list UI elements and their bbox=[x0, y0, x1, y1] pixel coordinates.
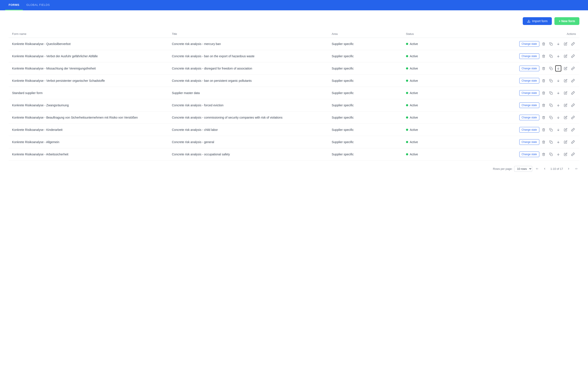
change-state-button[interactable]: Change state bbox=[519, 127, 539, 133]
copy-icon[interactable] bbox=[548, 65, 554, 72]
status-label: Active bbox=[410, 42, 418, 46]
edit-icon[interactable] bbox=[563, 78, 569, 84]
status-label: Active bbox=[410, 140, 418, 144]
change-state-button[interactable]: Change state bbox=[519, 90, 539, 96]
link-icon[interactable] bbox=[570, 41, 576, 47]
forms-table: Form name Title Area Status Actions bbox=[9, 30, 579, 161]
link-icon[interactable] bbox=[570, 65, 576, 72]
link-icon[interactable] bbox=[570, 127, 576, 133]
copy-icon[interactable] bbox=[548, 139, 554, 145]
change-state-button[interactable]: Change state bbox=[519, 66, 539, 71]
cell-area: Supplier specific bbox=[328, 62, 403, 75]
link-icon[interactable] bbox=[570, 151, 576, 157]
cell-status: Active bbox=[403, 111, 471, 124]
table-row: Konkrete Risikoanalyse - Verbot der Ausf… bbox=[9, 50, 579, 62]
cell-area: Supplier specific bbox=[328, 99, 403, 111]
change-state-button[interactable]: Change state bbox=[519, 151, 539, 157]
cell-form-name: Standard supplier form bbox=[9, 87, 168, 99]
copy-icon[interactable] bbox=[548, 41, 554, 47]
delete-icon[interactable] bbox=[541, 151, 547, 157]
delete-icon[interactable] bbox=[541, 53, 547, 59]
svg-rect-3 bbox=[550, 56, 552, 58]
prev-page-button[interactable] bbox=[542, 166, 548, 172]
table-row: Konkrete Risikoanalyse - Arbeitssicherhe… bbox=[9, 148, 579, 161]
sort-icon[interactable] bbox=[555, 78, 561, 84]
copy-icon[interactable] bbox=[548, 102, 554, 108]
delete-icon[interactable] bbox=[541, 102, 547, 108]
change-state-button[interactable]: Change state bbox=[519, 115, 539, 120]
first-page-button[interactable] bbox=[534, 166, 540, 172]
change-state-button[interactable]: Change state bbox=[519, 139, 539, 145]
edit-icon[interactable] bbox=[563, 53, 569, 59]
sort-icon[interactable] bbox=[555, 151, 561, 157]
copy-icon[interactable] bbox=[548, 90, 554, 96]
sort-icon[interactable] bbox=[555, 127, 561, 133]
link-icon[interactable] bbox=[570, 102, 576, 108]
status-label: Active bbox=[410, 153, 418, 156]
delete-icon[interactable] bbox=[541, 139, 547, 145]
cell-title: Concrete risk analysis - child labor bbox=[168, 124, 328, 136]
next-page-button[interactable] bbox=[566, 166, 572, 172]
delete-icon[interactable] bbox=[541, 114, 547, 120]
delete-icon[interactable] bbox=[541, 41, 547, 47]
import-form-button[interactable]: Import form bbox=[523, 17, 552, 25]
delete-icon[interactable] bbox=[541, 65, 547, 72]
status-dot bbox=[406, 43, 408, 45]
edit-icon[interactable] bbox=[563, 151, 569, 157]
edit-icon[interactable] bbox=[563, 102, 569, 108]
cell-area: Supplier specific bbox=[328, 111, 403, 124]
main-content: Import form + New form Form name Title A… bbox=[0, 10, 588, 368]
change-state-button[interactable]: Change state bbox=[519, 41, 539, 47]
col-header-form-name: Form name bbox=[9, 30, 168, 38]
cell-area: Supplier specific bbox=[328, 136, 403, 148]
link-icon[interactable] bbox=[570, 114, 576, 120]
cell-actions: Change state bbox=[471, 87, 580, 99]
link-icon[interactable] bbox=[570, 78, 576, 84]
edit-icon[interactable] bbox=[563, 65, 569, 72]
cell-title: Concrete risk analysis - ban on persiste… bbox=[168, 75, 328, 87]
cell-form-name: Konkrete Risikoanalyse - Kinderarbeit bbox=[9, 124, 168, 136]
cell-actions: Change state bbox=[471, 136, 580, 148]
link-icon[interactable] bbox=[570, 139, 576, 145]
change-state-button[interactable]: Change state bbox=[519, 53, 539, 59]
edit-icon[interactable] bbox=[563, 127, 569, 133]
edit-icon[interactable] bbox=[563, 139, 569, 145]
sort-icon[interactable] bbox=[555, 90, 561, 96]
sort-icon[interactable] bbox=[555, 53, 561, 59]
rows-per-page-label: Rows per page: bbox=[493, 167, 512, 170]
cell-form-name: Konkrete Risikoanalyse - Allgemein bbox=[9, 136, 168, 148]
link-icon[interactable] bbox=[570, 90, 576, 96]
delete-icon[interactable] bbox=[541, 127, 547, 133]
cell-actions: Change state bbox=[471, 111, 580, 124]
cell-actions: Change state bbox=[471, 62, 580, 75]
new-form-button[interactable]: + New form bbox=[554, 17, 579, 25]
sort-icon[interactable] bbox=[555, 139, 561, 145]
rows-per-page-select[interactable]: 10 rows25 rows50 rows bbox=[514, 166, 532, 172]
change-state-button[interactable]: Change state bbox=[519, 102, 539, 108]
table-row: Konkrete Risikoanalyse - Kinderarbeit Co… bbox=[9, 124, 579, 136]
copy-icon[interactable] bbox=[548, 127, 554, 133]
cell-form-name: Konkrete Risikoanalyse - Quecksilberverb… bbox=[9, 38, 168, 50]
status-label: Active bbox=[410, 55, 418, 58]
edit-icon[interactable] bbox=[563, 90, 569, 96]
link-icon[interactable] bbox=[570, 53, 576, 59]
copy-icon[interactable] bbox=[548, 151, 554, 157]
prev-page-icon bbox=[543, 167, 546, 170]
copy-icon[interactable] bbox=[548, 53, 554, 59]
nav-tab-global-fields[interactable]: GLOBAL FIELDS bbox=[23, 0, 53, 10]
last-page-button[interactable] bbox=[573, 166, 579, 172]
nav-tab-forms[interactable]: FORMS bbox=[5, 0, 23, 10]
change-state-button[interactable]: Change state bbox=[519, 78, 539, 83]
copy-icon[interactable] bbox=[548, 114, 554, 120]
delete-icon[interactable] bbox=[541, 90, 547, 96]
edit-icon[interactable] bbox=[563, 114, 569, 120]
sort-icon[interactable] bbox=[555, 114, 561, 120]
sort-icon[interactable] bbox=[555, 41, 561, 47]
sort-icon[interactable] bbox=[555, 65, 561, 72]
copy-icon[interactable] bbox=[548, 78, 554, 84]
edit-icon[interactable] bbox=[563, 41, 569, 47]
cell-status: Active bbox=[403, 136, 471, 148]
sort-icon[interactable] bbox=[555, 102, 561, 108]
svg-rect-5 bbox=[550, 68, 552, 70]
delete-icon[interactable] bbox=[541, 78, 547, 84]
